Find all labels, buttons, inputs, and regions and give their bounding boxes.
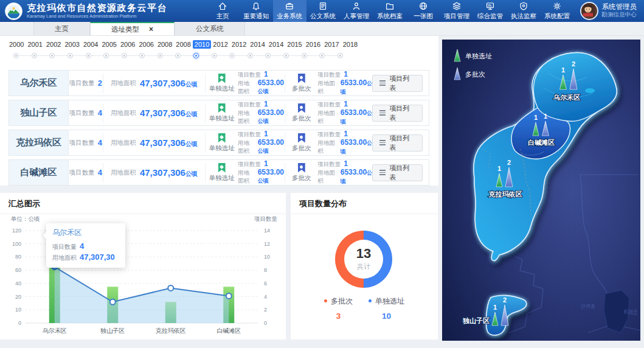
user-menu[interactable]: 系统管理员 勘测信息中心 [574, 0, 644, 22]
timeline-year-2015[interactable]: 2015 [285, 40, 303, 49]
project-count-label: 项目数量 [69, 109, 95, 117]
x-axis-label: 乌尔禾区 [43, 327, 67, 334]
timeline-year-2004[interactable]: 2004 [81, 40, 100, 49]
nav-item-document[interactable]: 公文系统 [306, 0, 340, 22]
land-area-label: 用地面积 [111, 109, 136, 117]
multi-batch-flag: 多批次 [285, 103, 317, 123]
brand: 克拉玛依市自然资源政务云平台 Karamay Land and Resource… [0, 0, 167, 22]
nav-item-home[interactable]: 主页 [206, 0, 240, 22]
timeline-year-2016[interactable]: 2016 [304, 40, 322, 49]
land-area-value: 47,307,306公顷 [140, 137, 198, 148]
marker-single-count: 1 [534, 114, 538, 121]
marker-multi-count: 1 [544, 113, 547, 120]
single-site-stats: 项目数量1用地面积6533.00公顷 [238, 163, 285, 183]
timeline-dot-2015[interactable] [277, 53, 296, 58]
land-area-label: 用地面积 [111, 169, 136, 177]
nav-item-layers[interactable]: 项目管理 [440, 0, 474, 22]
legend-value: 10 [369, 311, 404, 321]
timeline-dot-2002[interactable] [43, 53, 61, 58]
timeline-dot-2017[interactable] [313, 53, 331, 58]
tab-document-system[interactable]: 公文系统 [175, 22, 245, 35]
nav-item-person[interactable]: 人事管理 [340, 0, 373, 22]
left-axis-tick: 10 [15, 307, 21, 313]
timeline-year-2010[interactable]: 2010 [193, 40, 211, 49]
document-icon [318, 1, 328, 11]
timeline-dot-2012[interactable] [223, 53, 241, 58]
timeline-dot-2016[interactable] [295, 53, 313, 58]
timeline-dot-2000[interactable] [7, 53, 26, 58]
timeline-year-2001[interactable]: 2001 [26, 40, 44, 49]
nav-item-shield[interactable]: 执法监察 [507, 0, 541, 22]
donut-legend-item[interactable]: 多批次3 [324, 296, 353, 321]
line-point-独山子区[interactable] [110, 299, 116, 305]
map-region-label: 独山子区 [462, 317, 490, 324]
nav-item-label: 业务系统 [277, 12, 302, 21]
timeline-year-2000[interactable]: 2000 [7, 40, 26, 49]
timeline-dot-2014[interactable] [259, 53, 277, 58]
nav-item-globe[interactable]: 一张图 [407, 0, 440, 22]
nav-item-briefcase[interactable]: 业务系统 [273, 0, 306, 22]
summary-chart-title: 汇总图示 [0, 193, 286, 214]
tab-site-selection-type[interactable]: 选址类型× [90, 22, 175, 35]
timeline-year-2006[interactable]: 2006 [119, 40, 137, 49]
single-site-ribbon-icon [218, 74, 226, 83]
nav-item-label: 重要通知 [243, 12, 269, 21]
project-list-button[interactable]: 项目列表 [372, 134, 423, 151]
timeline-dot-2008[interactable] [151, 53, 170, 58]
app-logo-icon [5, 2, 23, 20]
tab-label: 公文系统 [196, 24, 224, 33]
user-department: 勘测信息中心 [602, 11, 637, 19]
timeline-year-2012[interactable]: 2012 [230, 40, 248, 49]
timeline-year-2002[interactable]: 2002 [44, 40, 63, 49]
timeline-dot-2005[interactable] [97, 53, 116, 58]
project-list-button[interactable]: 项目列表 [372, 164, 423, 181]
timeline-year-2017[interactable]: 2017 [322, 40, 341, 49]
main-nav: 主页重要通知业务系统公文系统人事管理系统档案一张图项目管理综合监管执法监察系统配… [206, 0, 574, 22]
timeline-year-2006[interactable]: 2006 [137, 40, 155, 49]
timeline-dot-2003[interactable] [61, 53, 80, 58]
tab-close-icon[interactable]: × [149, 25, 153, 33]
timeline-dot-2014[interactable] [241, 53, 260, 58]
timeline-year-2014[interactable]: 2014 [267, 40, 285, 49]
nav-item-monitor[interactable]: 综合监管 [474, 0, 507, 22]
timeline-dot-2010[interactable] [187, 53, 206, 58]
timeline-dot-2018[interactable] [331, 53, 349, 58]
district-row: 克拉玛依区项目数量4用地面积47,307,306公顷单独选址项目数量1用地面积6… [9, 130, 429, 156]
timeline-dot-2004[interactable] [79, 53, 97, 58]
single-site-stats: 项目数量1用地面积6533.00公顷 [238, 103, 285, 123]
project-list-button[interactable]: 项目列表 [372, 105, 423, 122]
right-axis-tick: 2 [264, 307, 267, 313]
tooltip-row1-label: 项目数量 [52, 242, 77, 252]
line-point-克拉玛依区[interactable] [168, 285, 173, 291]
line-point-白碱滩区[interactable] [226, 293, 232, 299]
timeline-dot-2012[interactable] [205, 53, 223, 58]
list-icon [379, 80, 386, 86]
app-title: 克拉玛依市自然资源政务云平台 [27, 3, 167, 12]
project-count-label: 项目数量 [69, 79, 95, 88]
single-site-flag: 单独选址 [206, 74, 238, 93]
timeline-dot-2008[interactable] [169, 53, 187, 58]
timeline-dot-2001[interactable] [26, 53, 44, 58]
project-list-button[interactable]: 项目列表 [372, 75, 423, 92]
timeline-dot-2006[interactable] [115, 53, 133, 58]
timeline-year-2008[interactable]: 2008 [156, 40, 174, 49]
single-site-stats: 项目数量1用地面积6533.00公顷 [238, 133, 285, 153]
timeline-dot-2006[interactable] [133, 53, 151, 58]
person-icon [351, 1, 361, 11]
timeline-year-2003[interactable]: 2003 [63, 40, 81, 49]
project-count-label: 项目数量 [69, 139, 95, 147]
nav-item-bell[interactable]: 重要通知 [240, 0, 273, 22]
layers-icon [452, 1, 462, 11]
tab-home[interactable]: 主页 [33, 22, 90, 35]
timeline-year-2005[interactable]: 2005 [100, 40, 118, 49]
timeline-year-2014[interactable]: 2014 [248, 40, 266, 49]
nav-item-gear[interactable]: 系统配置 [541, 0, 574, 22]
nav-item-archive[interactable]: 系统档案 [373, 0, 407, 22]
timeline-year-2008[interactable]: 2008 [174, 40, 192, 49]
timeline-year-2018[interactable]: 2018 [341, 40, 359, 49]
timeline-year-2012[interactable]: 2012 [211, 40, 229, 49]
donut-legend-item[interactable]: 单独选址10 [369, 296, 404, 321]
marker-multi-count: 2 [503, 296, 507, 304]
donut-total-label: 共计 [357, 262, 370, 271]
nav-item-label: 系统配置 [544, 12, 570, 21]
